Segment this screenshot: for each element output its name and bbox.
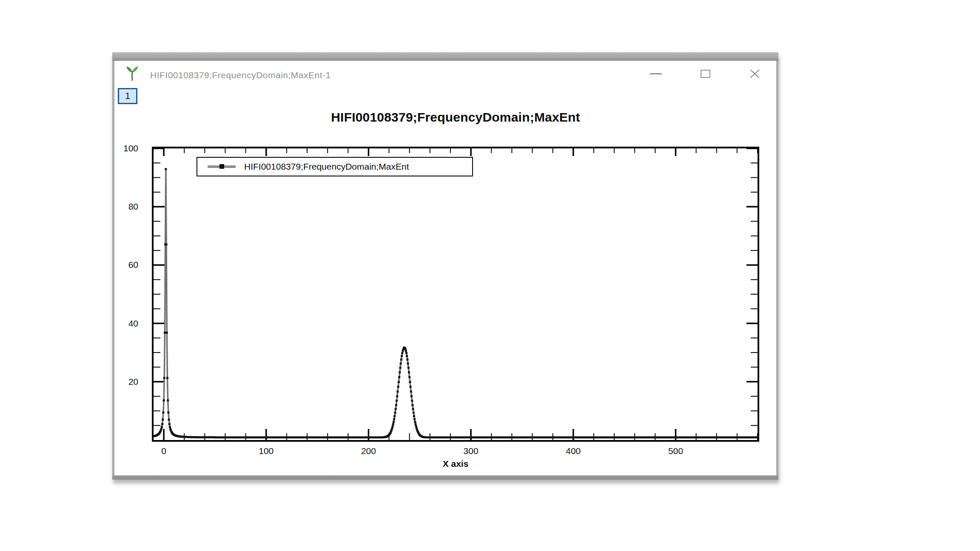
y-tick-label: 80: [108, 202, 138, 212]
x-tick-label: 400: [566, 446, 581, 456]
minimize-icon: [650, 73, 662, 74]
x-tick-label: 0: [161, 446, 166, 456]
plot-canvas: [154, 148, 758, 440]
sprout-icon: [125, 65, 139, 82]
y-tick-label: 100: [108, 143, 138, 153]
window-title: HIFI00108379;FrequencyDomain;MaxEnt-1: [150, 61, 331, 89]
y-tick-label: 40: [108, 318, 138, 329]
maximize-button[interactable]: [695, 64, 715, 83]
y-tick-label: 60: [108, 260, 138, 270]
x-tick-label: 500: [668, 446, 683, 456]
plot-window: HIFI00108379;FrequencyDomain;MaxEnt-1 1 …: [112, 52, 778, 480]
minimize-button[interactable]: [646, 64, 666, 83]
maximize-icon: [701, 70, 710, 78]
x-tick-label: 200: [361, 446, 376, 456]
legend-line-sample: [208, 165, 236, 168]
series-line: [154, 169, 758, 437]
y-tick-label: 20: [108, 377, 138, 387]
legend-label: HIFI00108379;FrequencyDomain;MaxEnt: [244, 162, 409, 172]
x-tick-label: 300: [464, 446, 479, 456]
close-button[interactable]: [745, 64, 764, 83]
titlebar[interactable]: HIFI00108379;FrequencyDomain;MaxEnt-1: [114, 61, 776, 89]
legend-marker-icon: [219, 164, 224, 169]
series-markers: [154, 168, 758, 438]
close-icon: [749, 69, 761, 79]
plot-area: [152, 147, 759, 442]
window-top-frame: [112, 52, 778, 61]
window-bottom-frame: [112, 475, 778, 480]
x-tick-label: 100: [259, 446, 273, 456]
legend-box: HIFI00108379;FrequencyDomain;MaxEnt: [197, 157, 473, 176]
plot-tab-1[interactable]: 1: [118, 88, 137, 104]
chart-title: HIFI00108379;FrequencyDomain;MaxEnt: [152, 110, 759, 125]
x-axis-title: X axis: [152, 459, 759, 469]
